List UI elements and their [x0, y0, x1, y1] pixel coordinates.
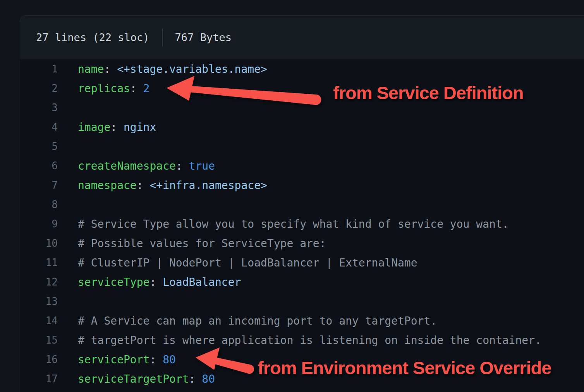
red-arrow-left-icon — [163, 74, 321, 107]
line-number[interactable]: 10 — [20, 237, 58, 249]
code-line: 15# targetPort is where application is l… — [20, 330, 584, 350]
red-arrow-left-icon — [192, 347, 259, 383]
annotation-from-environment-service-override: from Environment Service Override — [258, 357, 551, 378]
code-line: 9# Service Type allow you to specify wha… — [20, 214, 584, 234]
code-token-key: servicePort — [78, 353, 149, 366]
code-token-key: serviceTargetPort — [78, 373, 189, 385]
line-number[interactable]: 9 — [20, 218, 58, 230]
line-number[interactable]: 5 — [20, 141, 58, 152]
code-token-comment: # ClusterIP | NodePort | LoadBalancer | … — [78, 256, 417, 269]
line-number[interactable]: 3 — [20, 102, 58, 113]
code-line-text: # Service Type allow you to specify what… — [58, 218, 509, 230]
header-divider — [162, 29, 163, 46]
code-token-punc: : — [110, 121, 124, 134]
code-line-text: namespace: <+infra.namespace> — [58, 179, 267, 192]
code-line-text: # ClusterIP | NodePort | LoadBalancer | … — [58, 256, 417, 269]
code-line: 4image: nginx — [20, 117, 584, 137]
code-token-key: createNamespace — [78, 160, 176, 172]
code-token-key: name — [78, 63, 104, 76]
code-token-comment: # Possible values for ServiceType are: — [78, 237, 326, 250]
code-line-text: servicePort: 80 — [58, 353, 176, 366]
code-line: 8 — [20, 195, 584, 214]
code-line: 11# ClusterIP | NodePort | LoadBalancer … — [20, 253, 584, 272]
line-number[interactable]: 15 — [20, 334, 58, 346]
code-line-text: # A Service can map an incoming port to … — [58, 315, 437, 327]
line-number[interactable]: 4 — [20, 121, 58, 133]
line-number[interactable]: 13 — [20, 296, 58, 307]
code-line: 7namespace: <+infra.namespace> — [20, 175, 584, 195]
code-token-punc: : — [149, 353, 163, 366]
code-line-text: serviceType: LoadBalancer — [58, 276, 241, 289]
code-token-str: nginx — [124, 121, 156, 134]
line-number[interactable]: 14 — [20, 315, 58, 327]
code-line: 6createNamespace: true — [20, 156, 584, 175]
code-token-str: <+stage.variables.name> — [117, 63, 267, 76]
code-token-key: image — [78, 121, 110, 134]
code-token-str: LoadBalancer — [163, 276, 241, 289]
line-number[interactable]: 11 — [20, 257, 58, 268]
code-token-num: 2 — [143, 82, 150, 95]
line-number[interactable]: 1 — [20, 63, 58, 75]
code-token-key: namespace — [78, 179, 137, 192]
code-line: 10# Possible values for ServiceType are: — [20, 234, 584, 253]
code-line: 12serviceType: LoadBalancer — [20, 272, 584, 292]
code-token-punc: : — [130, 82, 143, 95]
code-area: 1name: <+stage.variables.name>2replicas:… — [20, 59, 584, 389]
file-blob-card: 27 lines (22 sloc) 767 Bytes 1name: <+st… — [20, 15, 584, 392]
code-token-key: serviceType — [78, 276, 149, 289]
code-token-comment: # Service Type allow you to specify what… — [78, 218, 509, 230]
line-number[interactable]: 8 — [20, 199, 58, 210]
code-line-text: image: nginx — [58, 121, 156, 134]
line-number[interactable]: 16 — [20, 354, 58, 365]
file-header-bar: 27 lines (22 sloc) 767 Bytes — [20, 16, 584, 59]
code-token-punc: : — [176, 160, 189, 172]
code-line: 13 — [20, 292, 584, 311]
code-token-punc: : — [104, 63, 117, 76]
code-line-text: createNamespace: true — [58, 160, 215, 172]
code-token-punc: : — [149, 276, 163, 289]
code-line: 14# A Service can map an incoming port t… — [20, 311, 584, 330]
code-line-text: name: <+stage.variables.name> — [58, 63, 267, 76]
code-token-num: true — [189, 160, 215, 172]
file-lines-info: 27 lines (22 sloc) — [36, 31, 149, 43]
annotation-from-service-definition: from Service Definition — [333, 82, 524, 103]
code-token-num: 80 — [163, 353, 176, 366]
code-token-str: <+infra.namespace> — [149, 179, 267, 192]
code-token-punc: : — [137, 179, 150, 192]
line-number[interactable]: 6 — [20, 160, 58, 172]
code-token-comment: # targetPort is where application is lis… — [78, 334, 541, 347]
line-number[interactable]: 12 — [20, 276, 58, 288]
line-number[interactable]: 17 — [20, 373, 58, 385]
file-size: 767 Bytes — [175, 31, 232, 43]
code-line-text: # Possible values for ServiceType are: — [58, 237, 326, 250]
line-number[interactable]: 2 — [20, 83, 58, 94]
code-token-comment: # A Service can map an incoming port to … — [78, 315, 437, 327]
code-line-text: replicas: 2 — [58, 82, 149, 95]
line-number[interactable]: 7 — [20, 179, 58, 191]
code-line-text: # targetPort is where application is lis… — [58, 334, 541, 347]
code-token-key: replicas — [78, 82, 130, 95]
code-line: 5 — [20, 137, 584, 156]
